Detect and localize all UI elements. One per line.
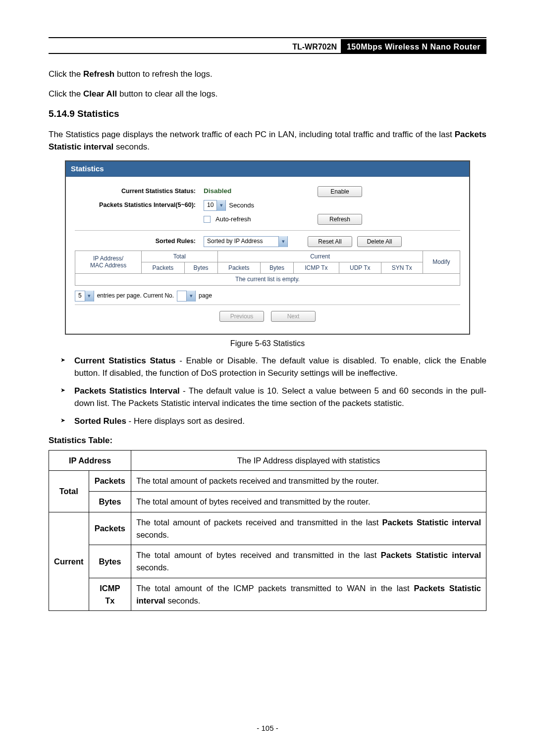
statistics-description-table: IP Address The IP Address displayed with…	[49, 450, 486, 611]
text: button to clear all the logs.	[117, 89, 217, 99]
st-cur-icmp-desc: The total amount of the ICMP packets tra…	[131, 578, 486, 611]
chevron-down-icon: ▾	[186, 291, 195, 302]
intro-line-2: Click the Clear All button to clear all …	[49, 88, 486, 101]
st-cur-packets-desc: The total amount of packets received and…	[131, 512, 486, 545]
text-bold: Packets Statistic interval	[381, 551, 481, 559]
chevron-down-icon: ▾	[85, 291, 94, 302]
text-bold: Packets Statistics Interval	[74, 386, 180, 396]
refresh-button[interactable]: Refresh	[318, 214, 362, 225]
interval-value: 10	[204, 202, 216, 208]
text: Click the	[49, 69, 83, 79]
page-select[interactable]: ▾	[177, 291, 196, 302]
text: seconds.	[165, 596, 201, 605]
pagination-row: 5 ▾ entries per page. Current No. ▾ page	[75, 286, 460, 304]
previous-button[interactable]: Previous	[219, 311, 264, 322]
th-current-group: Current	[217, 251, 423, 262]
th-packets: Packets	[217, 262, 261, 273]
entries-value: 5	[75, 292, 85, 299]
stat-table-heading: Statistics Table:	[49, 434, 486, 447]
figure-caption: Figure 5-63 Statistics	[49, 338, 486, 350]
st-total: Total	[49, 471, 89, 512]
interval-unit: Seconds	[229, 202, 254, 209]
product-label: 150Mbps Wireless N Nano Router	[341, 39, 486, 53]
page-number: - 105 -	[0, 723, 535, 734]
delete-all-button[interactable]: Delete All	[357, 236, 402, 247]
bullet-interval: Packets Statistics Interval - The defaul…	[60, 385, 486, 410]
text: button to refresh the logs.	[114, 69, 213, 79]
th-syn: SYN Tx	[381, 262, 423, 273]
text: seconds.	[136, 563, 169, 572]
sorted-label: Sorted Rules:	[75, 238, 204, 245]
text-bold: Current Statistics Status	[74, 356, 175, 365]
reset-all-button[interactable]: Reset All	[308, 236, 352, 247]
chevron-down-icon: ▾	[278, 236, 287, 247]
th-udp: UDP Tx	[339, 262, 381, 273]
text-bold: Packets Statistic interval	[382, 518, 481, 527]
empty-list-message: The current list is empty.	[75, 274, 460, 285]
st-bytes: Bytes	[89, 545, 131, 578]
statistics-table: IP Address/ MAC Address Total Current Mo…	[75, 251, 460, 274]
sorted-value: Sorted by IP Address	[204, 238, 278, 245]
th-modify: Modify	[423, 251, 460, 274]
text: The total amount of packets received and…	[136, 518, 382, 527]
next-button[interactable]: Next	[271, 311, 316, 322]
st-packets: Packets	[89, 512, 131, 545]
text-bold: Sorted Rules	[74, 416, 126, 426]
panel-title: Statistics	[66, 161, 469, 177]
interval-label: Packets Statistics Interval(5~60):	[75, 202, 204, 209]
text-bold: Clear All	[83, 89, 117, 99]
statistics-panel: Statistics Current Statistics Status: Di…	[65, 160, 470, 335]
th-ip: IP Address/ MAC Address	[75, 251, 142, 274]
st-packets: Packets	[89, 471, 131, 492]
status-label: Current Statistics Status:	[75, 188, 204, 195]
sorted-select[interactable]: Sorted by IP Address ▾	[204, 236, 288, 247]
text-bold: Refresh	[83, 69, 114, 79]
chevron-down-icon: ▾	[216, 200, 225, 211]
autorefresh-label: Auto-refresh	[215, 215, 251, 223]
st-icmp: ICMP Tx	[89, 578, 131, 611]
text: The Statistics page displays the network…	[49, 130, 455, 139]
section-paragraph: The Statistics page displays the network…	[49, 128, 486, 153]
model-label: TL-WR702N	[288, 39, 341, 53]
text: Click the	[49, 89, 83, 99]
bullet-sorted-rules: Sorted Rules - Here displays sort as des…	[60, 415, 486, 428]
st-ip-desc: The IP Address displayed with statistics	[131, 450, 486, 471]
text: - Here displays sort as desired.	[126, 416, 245, 426]
st-total-bytes-desc: The total amount of bytes received and t…	[131, 492, 486, 512]
st-current: Current	[49, 512, 89, 611]
section-heading: 5.14.9 Statistics	[49, 107, 486, 121]
interval-select[interactable]: 10 ▾	[204, 200, 226, 211]
intro-line-1: Click the Refresh button to refresh the …	[49, 68, 486, 81]
th-packets: Packets	[142, 262, 185, 273]
text: seconds.	[136, 530, 169, 539]
page-header: TL-WR702N 150Mbps Wireless N Nano Router	[49, 39, 486, 53]
text: seconds.	[113, 142, 150, 151]
page-text: page	[199, 292, 212, 299]
entries-select[interactable]: 5 ▾	[75, 291, 94, 302]
status-value: Disabled	[204, 187, 231, 195]
th-bytes: Bytes	[184, 262, 217, 273]
th-icmp: ICMP Tx	[293, 262, 339, 273]
st-ip-label: IP Address	[49, 450, 131, 471]
st-total-packets-desc: The total amount of packets received and…	[131, 471, 486, 492]
autorefresh-checkbox[interactable]	[204, 216, 211, 223]
bullet-current-status: Current Statistics Status - Enable or Di…	[60, 354, 486, 380]
text: The total amount of bytes received and t…	[136, 551, 381, 559]
th-bytes: Bytes	[261, 262, 294, 273]
text: The total amount of the ICMP packets tra…	[136, 584, 414, 593]
entries-text: entries per page. Current No.	[97, 292, 174, 299]
th-total-group: Total	[142, 251, 217, 262]
st-bytes: Bytes	[89, 492, 131, 512]
enable-button[interactable]: Enable	[318, 186, 362, 197]
st-cur-bytes-desc: The total amount of bytes received and t…	[131, 545, 486, 578]
